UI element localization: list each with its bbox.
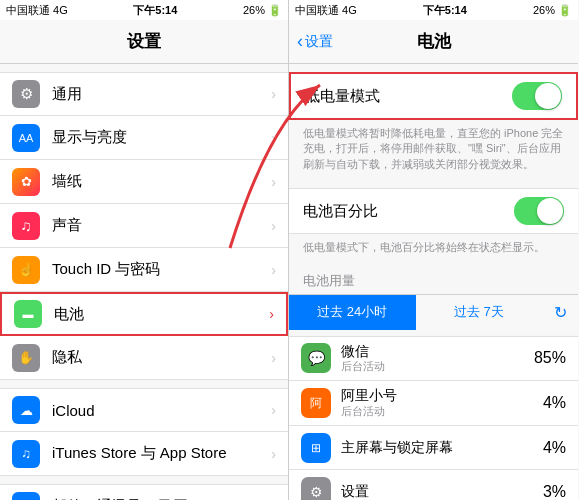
privacy-chevron: ›	[271, 350, 276, 366]
itunes-icon: ♫	[12, 440, 40, 468]
alipay-info: 阿里小号 后台活动	[341, 387, 543, 419]
touchid-chevron: ›	[271, 262, 276, 278]
wallpaper-label: 墙纸	[52, 172, 271, 191]
tab-24h[interactable]: 过去 24小时	[289, 295, 416, 330]
battery-icon: ▬	[14, 300, 42, 328]
back-arrow-icon: ‹	[297, 31, 303, 52]
row-mail[interactable]: ✉ 邮件、通讯录、日历 ›	[0, 484, 288, 500]
homescreen-info: 主屏幕与锁定屏幕	[341, 439, 543, 456]
battery-percent-row[interactable]: 电池百分比	[289, 189, 578, 233]
row-icloud[interactable]: ☁ iCloud ›	[0, 388, 288, 432]
mail-icon: ✉	[12, 492, 40, 500]
wallpaper-icon: ✿	[12, 168, 40, 196]
right-nav-title: 电池	[417, 30, 451, 53]
right-battery-icon: 🔋	[558, 4, 572, 17]
row-general[interactable]: ⚙ 通用 ›	[0, 72, 288, 116]
usage-tab-bar: 过去 24小时 过去 7天 ↻	[289, 294, 578, 330]
right-status-left: 中国联通 4G	[295, 3, 357, 18]
icloud-label: iCloud	[52, 402, 271, 419]
battery-percent-note: 低电量模式下，电池百分比将始终在状态栏显示。	[289, 234, 578, 263]
sound-chevron: ›	[271, 218, 276, 234]
battery-percent-toggle[interactable]	[514, 197, 564, 225]
right-battery: 26%	[533, 4, 555, 16]
right-nav-bar: ‹ 设置 电池	[289, 20, 578, 64]
general-label: 通用	[52, 85, 271, 104]
low-power-label: 低电量模式	[305, 87, 380, 106]
wechat-name: 微信	[341, 343, 534, 360]
low-power-section: 低电量模式	[289, 72, 578, 120]
itunes-chevron: ›	[271, 446, 276, 462]
row-itunes[interactable]: ♫ iTunes Store 与 App Store ›	[0, 432, 288, 476]
left-nav-title: 设置	[127, 30, 161, 53]
left-status-left: 中国联通 4G	[6, 3, 68, 18]
left-nav-bar: 设置	[0, 20, 288, 64]
right-phone: 中国联通 4G 下午5:14 26% 🔋 ‹ 设置 电池 低电量模式	[289, 0, 578, 500]
settings-icon: ⚙	[301, 477, 331, 500]
privacy-icon: ✋	[12, 344, 40, 372]
wallpaper-chevron: ›	[271, 174, 276, 190]
app-usage-list: 💬 微信 后台活动 85% 阿 阿里小号 后台活动 4%	[289, 336, 578, 500]
display-label: 显示与亮度	[52, 128, 271, 147]
battery-chevron: ›	[269, 306, 274, 322]
row-wallpaper[interactable]: ✿ 墙纸 ›	[0, 160, 288, 204]
left-status-bar: 中国联通 4G 下午5:14 26% 🔋	[0, 0, 288, 20]
row-touchid[interactable]: ☝ Touch ID 与密码 ›	[0, 248, 288, 292]
settings-info: 设置	[341, 483, 543, 500]
right-carrier: 中国联通 4G	[295, 3, 357, 18]
general-icon: ⚙	[12, 80, 40, 108]
alipay-sub: 后台活动	[341, 404, 543, 419]
homescreen-name: 主屏幕与锁定屏幕	[341, 439, 543, 456]
wechat-percent: 85%	[534, 349, 566, 367]
alipay-icon: 阿	[301, 388, 331, 418]
battery-percent-section: 电池百分比	[289, 188, 578, 234]
icloud-icon: ☁	[12, 396, 40, 424]
sound-label: 声音	[52, 216, 271, 235]
row-display[interactable]: AA 显示与亮度 ›	[0, 116, 288, 160]
alipay-name: 阿里小号	[341, 387, 543, 404]
right-time: 下午5:14	[423, 3, 467, 18]
panels-wrapper: 中国联通 4G 下午5:14 26% 🔋 设置 ⚙ 通用 › AA	[0, 0, 579, 500]
alipay-percent: 4%	[543, 394, 566, 412]
row-privacy[interactable]: ✋ 隐私 ›	[0, 336, 288, 380]
low-power-desc: 低电量模式将暂时降低耗电量，直至您的 iPhone 完全充电，打开后，将停用邮件…	[289, 120, 578, 180]
settings-percent: 3%	[543, 483, 566, 500]
battery-usage-title: 电池用量	[289, 264, 578, 294]
settings-name: 设置	[341, 483, 543, 500]
itunes-label: iTunes Store 与 App Store	[52, 444, 271, 463]
homescreen-icon: ⊞	[301, 433, 331, 463]
app-row-wechat[interactable]: 💬 微信 后台活动 85%	[289, 337, 578, 382]
general-chevron: ›	[271, 86, 276, 102]
app-row-alipay[interactable]: 阿 阿里小号 后台活动 4%	[289, 381, 578, 426]
touchid-icon: ☝	[12, 256, 40, 284]
row-sound[interactable]: ♫ 声音 ›	[0, 204, 288, 248]
battery-label: 电池	[54, 305, 269, 324]
low-power-toggle[interactable]	[512, 82, 562, 110]
display-icon: AA	[12, 124, 40, 152]
back-button[interactable]: ‹ 设置	[297, 31, 333, 52]
left-phone: 中国联通 4G 下午5:14 26% 🔋 设置 ⚙ 通用 › AA	[0, 0, 289, 500]
left-settings-list[interactable]: ⚙ 通用 › AA 显示与亮度 › ✿ 墙纸 › ♫ 声音 ›	[0, 64, 288, 500]
privacy-label: 隐私	[52, 348, 271, 367]
low-power-row[interactable]: 低电量模式	[291, 74, 576, 118]
wechat-icon: 💬	[301, 343, 331, 373]
wechat-sub: 后台活动	[341, 359, 534, 374]
app-row-homescreen[interactable]: ⊞ 主屏幕与锁定屏幕 4%	[289, 426, 578, 470]
row-battery[interactable]: ▬ 电池 ›	[0, 292, 288, 336]
left-battery-icon: 🔋	[268, 4, 282, 17]
battery-content[interactable]: 低电量模式 低电量模式将暂时降低耗电量，直至您的 iPhone 完全充电，打开后…	[289, 64, 578, 500]
sound-icon: ♫	[12, 212, 40, 240]
icloud-chevron: ›	[271, 402, 276, 418]
right-status-right: 26% 🔋	[533, 4, 572, 17]
wechat-info: 微信 后台活动	[341, 343, 534, 375]
left-status-right: 26% 🔋	[243, 4, 282, 17]
display-chevron: ›	[271, 130, 276, 146]
tab-7d[interactable]: 过去 7天	[416, 295, 543, 330]
mail-label: 邮件、通讯录、日历	[52, 497, 271, 501]
left-time: 下午5:14	[133, 3, 177, 18]
left-battery: 26%	[243, 4, 265, 16]
right-status-bar: 中国联通 4G 下午5:14 26% 🔋	[289, 0, 578, 20]
touchid-label: Touch ID 与密码	[52, 260, 271, 279]
app-row-settings[interactable]: ⚙ 设置 3%	[289, 470, 578, 500]
refresh-button[interactable]: ↻	[542, 295, 578, 330]
left-section-2: ☁ iCloud › ♫ iTunes Store 与 App Store ›	[0, 388, 288, 476]
